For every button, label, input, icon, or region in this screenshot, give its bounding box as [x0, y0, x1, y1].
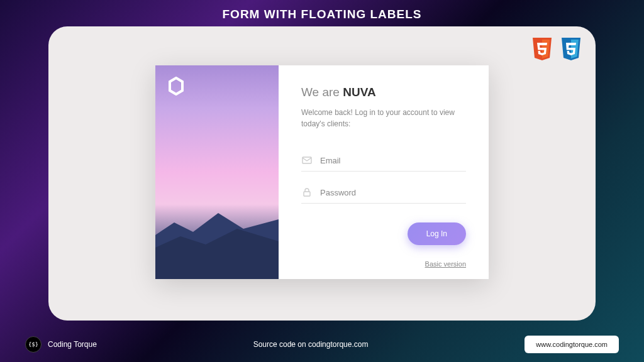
footer-logo-icon: {$}	[25, 336, 42, 353]
svg-marker-0	[170, 78, 182, 94]
card-form-panel: We are NUVA Welcome back! Log in to your…	[279, 65, 489, 279]
css3-badge	[559, 36, 583, 64]
css3-icon	[560, 36, 582, 62]
svg-text:{$}: {$}	[29, 341, 38, 348]
svg-rect-2	[304, 192, 310, 196]
page-title: FORM WITH FLOATING LABELS	[0, 0, 644, 26]
tech-badges	[530, 36, 583, 64]
svg-rect-1	[303, 157, 311, 163]
footer-brand-name: Coding Torque	[48, 340, 97, 349]
footer-brand: {$} Coding Torque	[25, 336, 97, 353]
footer-source-text: Source code on codingtorque.com	[253, 340, 369, 349]
email-icon	[301, 155, 313, 166]
email-input[interactable]	[320, 156, 466, 165]
heading-prefix: We are	[301, 85, 343, 99]
password-input[interactable]	[320, 188, 466, 197]
form-heading: We are NUVA	[301, 85, 466, 99]
html5-badge	[530, 36, 554, 64]
login-card: We are NUVA Welcome back! Log in to your…	[155, 65, 489, 279]
html5-icon	[531, 36, 553, 62]
login-button[interactable]: Log In	[408, 222, 466, 245]
footer: {$} Coding Torque Source code on codingt…	[0, 336, 644, 353]
demo-canvas: We are NUVA Welcome back! Log in to your…	[48, 26, 596, 321]
password-field-wrapper[interactable]	[301, 182, 466, 204]
mountain-illustration	[155, 210, 279, 279]
footer-url-button[interactable]: www.codingtorque.com	[525, 336, 619, 353]
basic-version-link[interactable]: Basic version	[425, 260, 466, 268]
brand-logo-icon	[167, 77, 186, 96]
card-image-panel	[155, 65, 279, 279]
lock-icon	[301, 187, 313, 198]
heading-brand: NUVA	[343, 85, 375, 99]
form-subtext: Welcome back! Log in to your account to …	[301, 107, 466, 129]
email-field-wrapper[interactable]	[301, 150, 466, 172]
